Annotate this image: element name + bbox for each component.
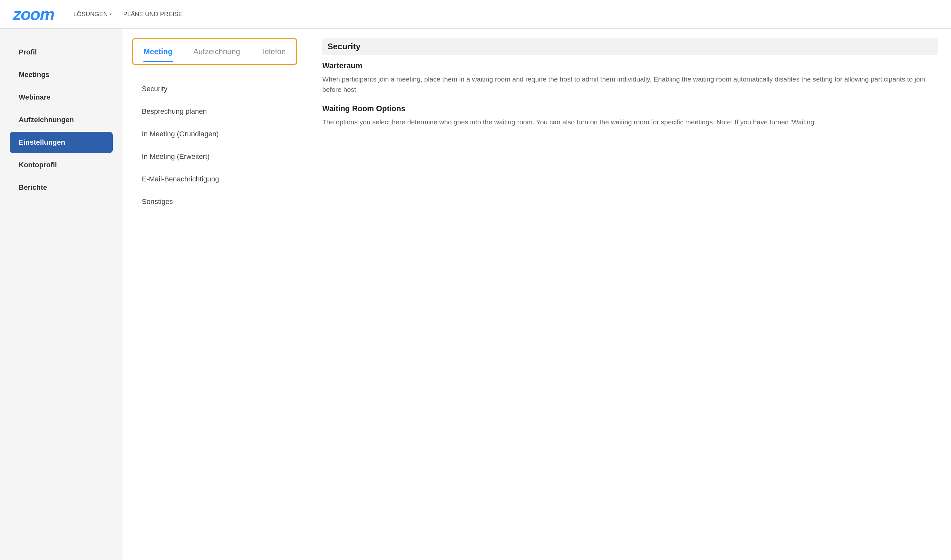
nav-label-plane: PLÄNE UND PREISE bbox=[123, 11, 182, 18]
sidebar-item-meetings[interactable]: Meetings bbox=[10, 64, 113, 85]
sidebar-item-einstellungen[interactable]: Einstellungen bbox=[10, 132, 113, 153]
sidebar-item-profil[interactable]: Profil bbox=[10, 42, 113, 63]
settings-nav: Security Besprechung planen In Meeting (… bbox=[123, 74, 309, 216]
detail-subsection-waiting-room-options: Waiting Room Options The options you sel… bbox=[322, 104, 938, 127]
settings-nav-sonstiges[interactable]: Sonstiges bbox=[123, 191, 309, 213]
sidebar-item-aufzeichnungen[interactable]: Aufzeichnungen bbox=[10, 109, 113, 131]
detail-panel: Security Warteraum When participants joi… bbox=[309, 29, 951, 560]
detail-subsection-warteraum: Warteraum When participants join a meeti… bbox=[322, 61, 938, 94]
sidebar: Profil Meetings Webinare Aufzeichnungen … bbox=[0, 29, 123, 560]
sidebar-item-webinare[interactable]: Webinare bbox=[10, 87, 113, 108]
nav-label-losungen: LÖSUNGEN bbox=[74, 11, 108, 18]
settings-nav-in-meeting-erweitert[interactable]: In Meeting (Erweitert) bbox=[123, 145, 309, 168]
middle-panel: Meeting Aufzeichnung Telefon Security Be… bbox=[123, 29, 309, 560]
nav-item-plane[interactable]: PLÄNE UND PREISE bbox=[123, 11, 182, 18]
sidebar-item-berichte[interactable]: Berichte bbox=[10, 177, 113, 198]
warteraum-title: Warteraum bbox=[322, 61, 938, 70]
sidebar-item-kontoprofil[interactable]: Kontoprofil bbox=[10, 154, 113, 175]
settings-nav-email[interactable]: E-Mail-Benachrichtigung bbox=[123, 168, 309, 191]
main-layout: Profil Meetings Webinare Aufzeichnungen … bbox=[0, 29, 951, 560]
detail-section-title: Security bbox=[322, 38, 938, 55]
warteraum-text: When participants join a meeting, place … bbox=[322, 74, 938, 94]
header: zoom LÖSUNGEN ▾ PLÄNE UND PREISE bbox=[0, 0, 951, 29]
chevron-down-icon: ▾ bbox=[109, 12, 111, 17]
waiting-room-options-text: The options you select here determine wh… bbox=[322, 117, 938, 127]
waiting-room-options-title: Waiting Room Options bbox=[322, 104, 938, 113]
tab-meeting[interactable]: Meeting bbox=[133, 43, 183, 61]
content-area: Meeting Aufzeichnung Telefon Security Be… bbox=[123, 29, 951, 560]
logo[interactable]: zoom bbox=[13, 6, 54, 23]
main-nav: LÖSUNGEN ▾ PLÄNE UND PREISE bbox=[74, 11, 182, 18]
settings-nav-besprechung[interactable]: Besprechung planen bbox=[123, 100, 309, 123]
settings-nav-in-meeting-grundlagen[interactable]: In Meeting (Grundlagen) bbox=[123, 123, 309, 145]
nav-item-losungen[interactable]: LÖSUNGEN ▾ bbox=[74, 11, 112, 18]
settings-nav-security[interactable]: Security bbox=[123, 78, 309, 100]
tabs-wrapper: Meeting Aufzeichnung Telefon bbox=[132, 38, 297, 65]
tab-aufzeichnung[interactable]: Aufzeichnung bbox=[183, 43, 251, 61]
tab-telefon[interactable]: Telefon bbox=[251, 43, 296, 61]
